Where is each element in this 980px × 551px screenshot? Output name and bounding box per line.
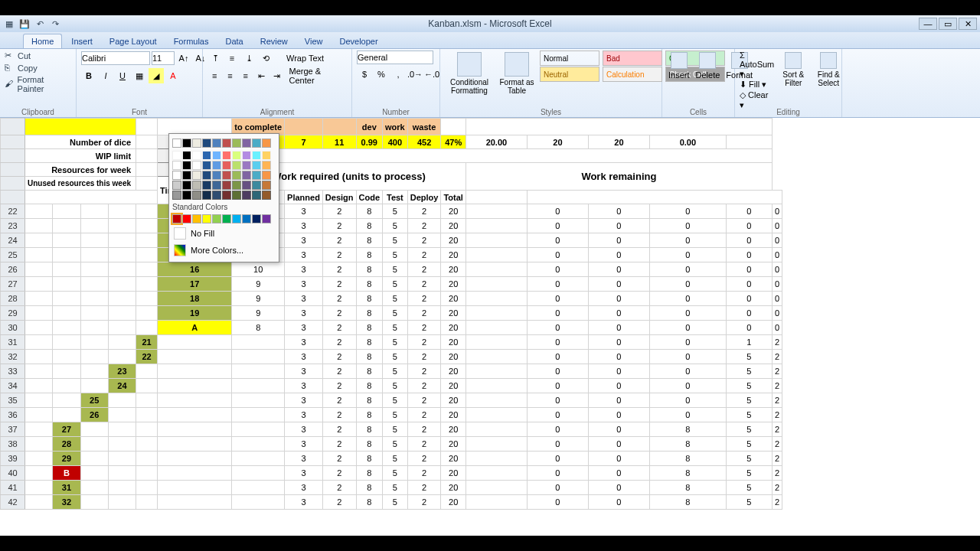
autosum-button[interactable]: Σ AutoSum ▾ [740,51,774,79]
color-swatch[interactable] [172,214,181,223]
tab-view[interactable]: View [297,34,331,48]
increase-decimal-icon[interactable]: .0→ [407,67,423,82]
color-swatch[interactable] [252,214,261,223]
color-swatch[interactable] [252,139,261,148]
color-swatch[interactable] [212,191,221,200]
color-swatch[interactable] [182,181,191,190]
color-swatch[interactable] [222,139,231,148]
color-swatch[interactable] [262,191,271,200]
cut-button[interactable]: ✂Cut [5,51,71,61]
color-swatch[interactable] [222,191,231,200]
color-swatch[interactable] [262,139,271,148]
color-swatch[interactable] [242,191,251,200]
minimize-icon[interactable]: — [919,18,937,30]
color-swatch[interactable] [232,161,241,170]
color-swatch[interactable] [182,161,191,170]
color-swatch[interactable] [192,161,201,170]
color-swatch[interactable] [222,171,231,180]
style-calculation[interactable]: Calculation [603,67,662,82]
currency-icon[interactable]: $ [357,67,372,82]
no-fill-option[interactable]: No Fill [172,225,276,242]
align-center-icon[interactable]: ≡ [223,68,237,83]
color-swatch[interactable] [172,161,181,170]
wrap-text-button[interactable]: Wrap Text [283,51,328,66]
color-swatch[interactable] [182,139,191,148]
align-bottom-icon[interactable]: ⤓ [241,51,256,66]
color-swatch[interactable] [252,181,261,190]
tab-data[interactable]: Data [217,34,250,48]
color-swatch[interactable] [182,171,191,180]
color-swatch[interactable] [202,161,211,170]
underline-button[interactable]: U [115,68,130,83]
number-format-select[interactable] [357,51,433,64]
color-swatch[interactable] [202,191,211,200]
color-swatch[interactable] [192,171,201,180]
format-as-table-button[interactable]: Format as Table [497,51,537,96]
color-swatch[interactable] [172,151,181,160]
color-swatch[interactable] [232,191,241,200]
color-swatch[interactable] [212,171,221,180]
style-normal[interactable]: Normal [540,51,599,66]
color-swatch[interactable] [242,171,251,180]
color-swatch[interactable] [202,139,211,148]
tab-insert[interactable]: Insert [64,34,100,48]
color-swatch[interactable] [262,171,271,180]
color-swatch[interactable] [232,171,241,180]
color-swatch[interactable] [212,161,221,170]
font-size-input[interactable] [152,51,175,65]
style-neutral[interactable]: Neutral [540,67,599,82]
color-swatch[interactable] [172,171,181,180]
color-swatch[interactable] [262,161,271,170]
color-swatch[interactable] [172,139,181,148]
tab-page-layout[interactable]: Page Layout [102,34,165,48]
color-swatch[interactable] [252,191,261,200]
tab-developer[interactable]: Developer [332,34,385,48]
decrease-indent-icon[interactable]: ⇤ [254,68,268,83]
delete-cells-button[interactable]: Delete [694,51,722,81]
color-swatch[interactable] [212,139,221,148]
color-swatch[interactable] [222,151,231,160]
color-swatch[interactable] [192,139,201,148]
color-swatch[interactable] [232,139,241,148]
color-swatch[interactable] [192,151,201,160]
color-swatch[interactable] [252,151,261,160]
color-swatch[interactable] [222,181,231,190]
align-right-icon[interactable]: ≡ [239,68,253,83]
color-swatch[interactable] [202,181,211,190]
insert-cells-button[interactable]: Insert [667,51,691,81]
color-swatch[interactable] [242,214,251,223]
tab-review[interactable]: Review [253,34,296,48]
font-name-input[interactable] [81,51,150,65]
color-swatch[interactable] [182,151,191,160]
color-swatch[interactable] [242,181,251,190]
color-swatch[interactable] [242,151,251,160]
percent-icon[interactable]: % [374,67,389,82]
color-swatch[interactable] [262,181,271,190]
color-swatch[interactable] [172,181,181,190]
undo-icon[interactable]: ↶ [34,18,46,30]
comma-icon[interactable]: , [390,67,406,82]
sort-filter-button[interactable]: Sort & Filter [777,51,809,89]
redo-icon[interactable]: ↷ [49,18,61,30]
fill-color-button[interactable]: ◢ [149,68,164,83]
color-swatch[interactable] [222,214,231,223]
fill-button[interactable]: ⬇ Fill ▾ [740,80,774,90]
color-swatch[interactable] [192,214,201,223]
color-swatch[interactable] [202,171,211,180]
orientation-icon[interactable]: ⟲ [258,51,273,66]
color-swatch[interactable] [232,151,241,160]
copy-button[interactable]: ⎘Copy [5,63,71,73]
color-swatch[interactable] [242,139,251,148]
color-swatch[interactable] [172,191,181,200]
align-middle-icon[interactable]: ≡ [224,51,240,66]
more-colors-option[interactable]: More Colors... [172,242,276,259]
color-swatch[interactable] [242,161,251,170]
color-swatch[interactable] [192,181,201,190]
color-swatch[interactable] [212,214,221,223]
decrease-decimal-icon[interactable]: ←.0 [424,67,439,82]
find-select-button[interactable]: Find & Select [812,51,844,89]
color-swatch[interactable] [192,191,201,200]
color-swatch[interactable] [252,171,261,180]
color-swatch[interactable] [232,181,241,190]
color-swatch[interactable] [182,191,191,200]
